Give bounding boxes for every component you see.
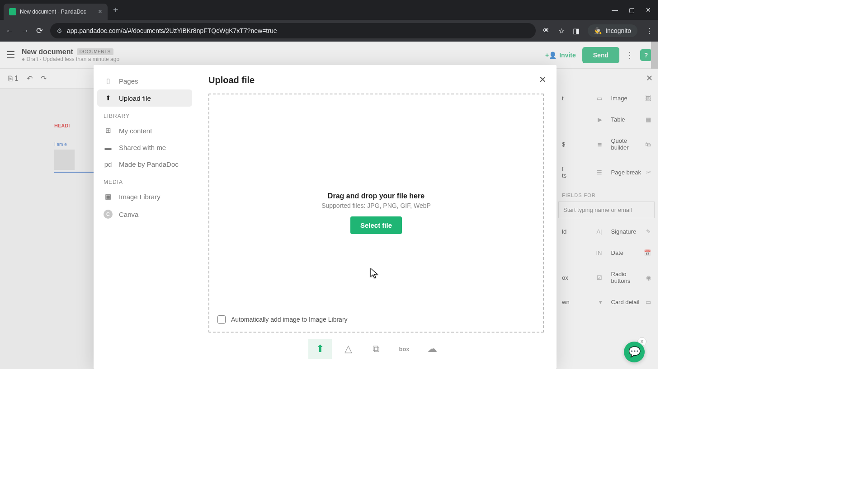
sidebar-item-canva[interactable]: C Canva <box>97 205 192 223</box>
dropzone[interactable]: Drag and drop your file here Supported f… <box>208 94 544 333</box>
redo-icon[interactable]: ↷ <box>41 74 47 83</box>
help-button[interactable]: ? <box>640 49 652 61</box>
browser-tab[interactable]: New document - PandaDoc × <box>4 4 108 20</box>
url-text: app.pandadoc.com/a/#/documents/2UzYiBKr8… <box>67 27 277 34</box>
document-meta: New document DOCUMENTS Draft · Updated l… <box>22 48 119 62</box>
field-checkbox[interactable]: ox☑ <box>558 264 606 291</box>
auto-add-checkbox[interactable]: Automatically add image to Image Library <box>217 315 348 324</box>
block-image[interactable]: Image🖼 <box>608 89 655 108</box>
tab-close-icon[interactable]: × <box>98 8 102 16</box>
incognito-badge[interactable]: 🕵 Incognito <box>588 24 637 37</box>
close-window-icon[interactable]: ✕ <box>646 6 651 14</box>
more-icon[interactable]: ⋮ <box>626 50 634 60</box>
table-icon: ▦ <box>646 116 651 123</box>
send-button[interactable]: Send <box>582 47 619 63</box>
folder-icon: ▬ <box>104 144 113 151</box>
provider-onedrive[interactable]: ☁ <box>420 339 444 359</box>
address-bar[interactable]: ⚙ app.pandadoc.com/a/#/documents/2UzYiBK… <box>50 23 536 38</box>
panel-icon[interactable]: ◨ <box>573 27 580 35</box>
block-text[interactable]: t▭ <box>558 89 606 108</box>
provider-row: ⬆ △ ⧉ box ☁ <box>208 333 544 359</box>
document-title[interactable]: New document <box>22 48 73 56</box>
provider-upload[interactable]: ⬆ <box>308 339 332 359</box>
image-icon: 🖼 <box>645 95 651 102</box>
block-toc[interactable]: fts☰ <box>558 159 606 185</box>
maximize-icon[interactable]: ▢ <box>629 6 635 14</box>
incognito-icon: 🕵 <box>594 27 602 34</box>
select-file-button[interactable]: Select file <box>350 216 402 234</box>
field-radio[interactable]: Radio buttons◉ <box>608 264 655 291</box>
provider-gdrive[interactable]: △ <box>336 339 360 359</box>
browser-menu-icon[interactable]: ⋮ <box>646 27 653 35</box>
forward-icon[interactable]: → <box>21 26 29 36</box>
block-quote[interactable]: Quote builder🛍 <box>608 131 655 157</box>
app-header: ☰ New document DOCUMENTS Draft · Updated… <box>0 42 658 69</box>
pages-indicator[interactable]: ⎘ 1 <box>8 75 19 83</box>
document-canvas: HEADI I am e <box>54 123 95 173</box>
provider-box[interactable]: box <box>392 339 416 359</box>
modal-main: Upload file ✕ Drag and drop your file he… <box>196 65 557 369</box>
dropzone-subtitle: Supported files: JPG, PNG, GIF, WebP <box>321 202 431 209</box>
initials-icon: IN <box>596 249 602 256</box>
signature-icon: ✎ <box>646 228 651 235</box>
sidebar-item-made-by[interactable]: pd Made by PandaDoc <box>97 156 192 173</box>
modal-sidebar: ▯ Pages ⬆ Upload file LIBRARY ⊞ My conte… <box>94 65 196 369</box>
block-pagebreak[interactable]: Page break✂ <box>608 159 655 185</box>
reload-icon[interactable]: ⟳ <box>36 26 43 36</box>
site-settings-icon[interactable]: ⚙ <box>57 27 62 34</box>
modal-close-icon[interactable]: ✕ <box>539 74 547 85</box>
invite-icon: +👤 <box>545 52 557 59</box>
image-placeholder[interactable] <box>54 150 75 170</box>
quote-icon: 🛍 <box>645 141 651 148</box>
sidebar-item-upload[interactable]: ⬆ Upload file <box>97 89 192 107</box>
pagebreak-icon: ✂ <box>646 169 651 176</box>
sidebar-item-shared[interactable]: ▬ Shared with me <box>97 139 192 156</box>
upload-modal: ▯ Pages ⬆ Upload file LIBRARY ⊞ My conte… <box>94 65 557 369</box>
canvas-body: I am e <box>54 142 95 147</box>
panda-icon: pd <box>104 160 113 168</box>
checkbox-icon: ☑ <box>597 274 602 281</box>
close-panel-icon[interactable]: ✕ <box>646 73 653 83</box>
provider-dropbox[interactable]: ⧉ <box>364 339 388 359</box>
page-icon: ▯ <box>104 77 113 85</box>
modal-title: Upload file <box>208 75 544 85</box>
dropdown-icon: ▾ <box>599 299 602 305</box>
field-dropdown[interactable]: wn▾ <box>558 292 606 312</box>
favicon <box>9 8 16 15</box>
textfield-icon: A| <box>596 228 602 235</box>
invite-button[interactable]: +👤 Invite <box>545 52 576 59</box>
block-pricing[interactable]: $≣ <box>558 131 606 157</box>
undo-icon[interactable]: ↶ <box>27 74 33 83</box>
field-text[interactable]: ldA| <box>558 222 606 241</box>
block-video[interactable]: ▶ <box>558 110 606 129</box>
field-initials[interactable]: IN <box>558 243 606 263</box>
menu-icon[interactable]: ☰ <box>6 49 15 61</box>
sidebar-item-my-content[interactable]: ⊞ My content <box>97 122 192 139</box>
canvas-heading: HEADI <box>54 123 95 128</box>
radio-icon: ◉ <box>646 274 651 281</box>
grid-icon: ⊞ <box>104 127 113 135</box>
auto-add-input[interactable] <box>217 315 226 324</box>
text-icon: ▭ <box>597 95 602 102</box>
back-icon[interactable]: ← <box>5 26 14 36</box>
gdrive-icon: △ <box>344 343 352 355</box>
new-tab-button[interactable]: + <box>113 5 118 15</box>
field-date[interactable]: Date📅 <box>608 243 655 263</box>
block-table[interactable]: Table▦ <box>608 110 655 129</box>
video-icon: ▶ <box>598 116 602 123</box>
window-controls: — ▢ ✕ <box>612 6 658 14</box>
upload-icon: ⬆ <box>104 94 113 102</box>
library-label: LIBRARY <box>97 107 192 122</box>
sidebar-item-image-library[interactable]: ▣ Image Library <box>97 188 192 205</box>
minimize-icon[interactable]: — <box>612 6 618 14</box>
chat-button[interactable]: 💬 <box>624 342 645 362</box>
bookmark-icon[interactable]: ☆ <box>558 27 565 35</box>
box-icon: box <box>399 346 409 352</box>
browser-toolbar: ← → ⟳ ⚙ app.pandadoc.com/a/#/documents/2… <box>0 20 658 42</box>
field-signature[interactable]: Signature✎ <box>608 222 655 241</box>
field-card[interactable]: Card detail▭ <box>608 292 655 312</box>
browser-tabstrip: New document - PandaDoc × + — ▢ ✕ <box>0 0 658 20</box>
eye-off-icon[interactable]: 👁 <box>543 27 550 35</box>
sidebar-item-pages[interactable]: ▯ Pages <box>97 72 192 89</box>
recipient-input[interactable] <box>558 202 655 218</box>
